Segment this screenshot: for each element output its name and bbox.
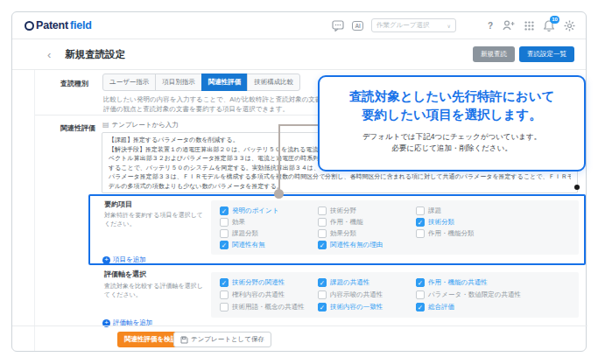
checkbox-unchecked[interactable] <box>220 303 229 312</box>
checkbox-item[interactable]: 技術分野 <box>318 205 416 216</box>
footer-divider <box>12 326 587 326</box>
checkbox-item[interactable]: ✓発明のポイント <box>220 205 318 216</box>
checkbox-unchecked[interactable] <box>416 229 425 238</box>
checkbox-item[interactable]: ✓技術分類 <box>416 216 570 228</box>
add-item-label: 項目を追加 <box>113 256 146 264</box>
evaluation-axes-description: 査読対象を比較する評価軸を選択してください。 <box>104 282 208 299</box>
new-review-button[interactable]: 新規査読 <box>473 46 515 62</box>
ai-icon[interactable]: AI <box>352 21 363 31</box>
tab-技術構成比較[interactable]: 技術構成比較 <box>247 74 300 91</box>
checkbox-label: 総合評価 <box>428 303 454 312</box>
checkbox-unchecked[interactable] <box>318 218 327 227</box>
help-icon[interactable]: ? <box>488 21 493 31</box>
add-circle-icon: + <box>102 256 110 264</box>
checkbox-item[interactable]: 課題分類 <box>220 228 318 239</box>
checkbox-label: 技術分類 <box>428 218 454 227</box>
checkbox-checked[interactable]: ✓ <box>318 241 327 249</box>
checkbox-item[interactable]: ✓関連性有無 <box>220 239 318 250</box>
checkbox-checked[interactable]: ✓ <box>318 278 327 287</box>
checkbox-item[interactable]: 権利内容の共通性 <box>220 289 318 301</box>
checkbox-item[interactable]: ✓関連性有無の理由 <box>318 239 416 250</box>
patentfield-logo[interactable]: Patentfield <box>25 19 92 32</box>
checkbox-unchecked[interactable] <box>416 290 425 299</box>
checkbox-unchecked[interactable] <box>318 206 327 215</box>
add-item-link[interactable]: + 項目を追加 <box>102 256 146 264</box>
tab-項目別指示[interactable]: 項目別指示 <box>155 74 202 91</box>
top-header: Patentfield AI 作業グループ選択 ∨ ? 10 <box>12 12 586 39</box>
gear-icon[interactable] <box>564 20 575 32</box>
checkbox-unchecked[interactable] <box>318 229 327 238</box>
checkbox-label: 課題 <box>428 206 441 215</box>
checkbox-label: 課題分類 <box>232 229 258 238</box>
checkbox-item[interactable]: ✓作用・機能の共通性 <box>416 276 570 289</box>
input-from-template-label: テンプレートから入力 <box>112 121 179 130</box>
checkbox-label: 関連性有無 <box>232 241 265 249</box>
tab-関連性評価[interactable]: 関連性評価 <box>201 74 249 91</box>
save-as-template-label: テンプレートとして保存 <box>191 335 264 344</box>
checkbox-label: 作用・機能の共通性 <box>428 278 488 287</box>
checkbox-item[interactable]: ✓技術内容の一致性 <box>318 301 416 313</box>
checkbox-label: 作用・機能分類 <box>428 229 475 238</box>
tooltip-headline-line1: 査読対象としたい先行特許において <box>320 88 584 106</box>
page-title: 新規査読設定 <box>65 48 125 61</box>
tooltip-note-line1: デフォルトでは下記4つにチェックがついています。 <box>320 131 584 143</box>
checkbox-item[interactable]: パラメータ・数値限定の共通性 <box>416 289 570 301</box>
checkbox-label: 課題の共通性 <box>330 278 369 287</box>
checkbox-label: 内容示唆の共通性 <box>330 290 383 299</box>
checkbox-checked[interactable]: ✓ <box>318 303 327 312</box>
checkbox-checked[interactable]: ✓ <box>416 278 425 287</box>
checkbox-item[interactable]: 効果 <box>220 216 318 228</box>
checkbox-checked[interactable]: ✓ <box>220 278 229 287</box>
checkbox-unchecked[interactable] <box>220 229 229 238</box>
template-doc-icon: ▤ <box>102 122 109 129</box>
checkbox-label: 発明のポイント <box>232 206 278 215</box>
chat-icon[interactable] <box>332 20 344 32</box>
apps-grid-icon[interactable] <box>524 21 534 31</box>
add-user-icon[interactable] <box>503 20 515 31</box>
checkbox-unchecked[interactable] <box>220 218 229 227</box>
checkbox-label: 作用・機能 <box>330 218 363 227</box>
input-from-template-link[interactable]: ▤ テンプレートから入力 <box>102 121 179 130</box>
summary-items-label: 要約項目 <box>104 200 132 209</box>
save-as-template-button[interactable]: テンプレートとして保存 <box>173 332 271 347</box>
content-left-divider <box>34 70 35 351</box>
workgroup-select-placeholder: 作業グループ選択 <box>376 21 430 30</box>
checkbox-item[interactable]: 技術用語・概念の共通性 <box>220 301 318 313</box>
review-settings-list-button[interactable]: 査読設定一覧 <box>519 46 574 62</box>
review-type-label: 査読種別 <box>60 79 88 88</box>
checkbox-checked[interactable]: ✓ <box>416 303 425 312</box>
app-window: Patentfield AI 作業グループ選択 ∨ ? 10 <box>11 11 587 352</box>
tab-ユーザー指示[interactable]: ユーザー指示 <box>102 74 156 91</box>
tooltip-headline-line2: 要約したい項目を選択します。 <box>320 106 584 124</box>
checkbox-item[interactable]: ✓課題の共通性 <box>318 276 416 289</box>
logo-mark-icon <box>25 21 34 31</box>
checkbox-unchecked[interactable] <box>416 206 425 215</box>
tooltip-note-line2: 必要に応じて追加・削除ください。 <box>320 143 584 154</box>
summary-items-description: 対象特許を要約する項目を選択してください。 <box>104 211 208 228</box>
checkbox-unchecked[interactable] <box>220 290 229 299</box>
chevron-down-icon: ∨ <box>447 23 450 29</box>
checkbox-label: 技術内容の一致性 <box>330 303 383 312</box>
notifications-bell-icon[interactable]: 10 <box>544 20 554 32</box>
checkbox-checked[interactable]: ✓ <box>416 218 425 227</box>
evaluation-axes-checkbox-panel: ✓技術分野の関連性✓課題の共通性✓作用・機能の共通性権利内容の共通性内容示唆の共… <box>211 272 579 318</box>
checkbox-item[interactable]: 作用・機能 <box>318 216 416 228</box>
checkbox-item[interactable]: 作用・機能分類 <box>416 228 570 239</box>
evaluation-axes-label: 評価軸を選択 <box>104 270 146 279</box>
tooltip-connector-horizontal <box>278 124 319 126</box>
relevance-eval-label: 関連性評価 <box>60 123 95 133</box>
save-floppy-icon <box>180 336 188 344</box>
checkbox-checked[interactable]: ✓ <box>220 206 229 215</box>
checkbox-unchecked[interactable] <box>318 290 327 299</box>
checkbox-label: 権利内容の共通性 <box>232 290 285 299</box>
checkbox-item[interactable]: 内容示唆の共通性 <box>318 289 416 301</box>
checkbox-item[interactable]: 効果分類 <box>318 228 416 239</box>
workgroup-select[interactable]: 作業グループ選択 ∨ <box>371 18 456 32</box>
checkbox-item[interactable]: ✓総合評価 <box>416 301 570 313</box>
back-button[interactable]: ‹ <box>47 49 51 60</box>
logo-text-patent: Patent <box>36 19 68 32</box>
checkbox-item[interactable]: 課題 <box>416 205 570 216</box>
checkbox-label: 技術分野 <box>330 206 356 215</box>
checkbox-checked[interactable]: ✓ <box>220 241 229 249</box>
checkbox-item[interactable]: ✓技術分野の関連性 <box>220 276 318 289</box>
